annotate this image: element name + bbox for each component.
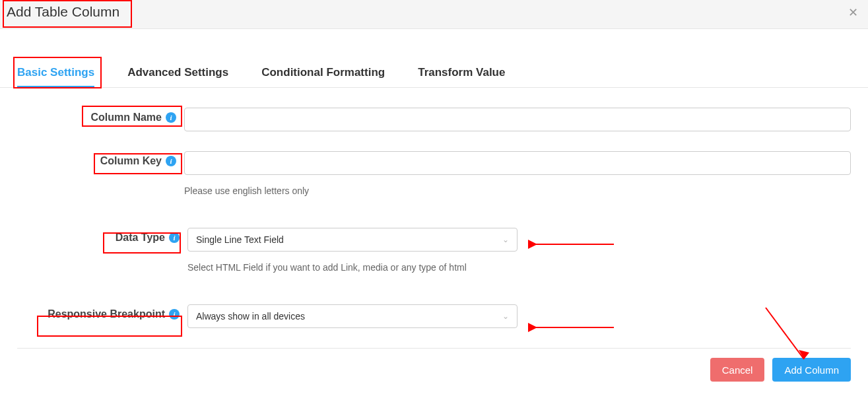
tab-transform-value[interactable]: Transform Value [418, 58, 505, 87]
info-icon[interactable]: i [166, 112, 176, 123]
column-key-helper: Please use english letters only [184, 186, 851, 196]
modal-title: Add Table Column [7, 4, 119, 20]
label-column-key: Column Key i [17, 151, 184, 167]
column-key-label-text: Column Key [100, 155, 162, 167]
label-responsive-breakpoint: Responsive Breakpoint i [17, 304, 187, 320]
row-column-key: Column Key i Please use english letters … [0, 151, 868, 196]
data-type-helper: Select HTML Field if you want to add Lin… [187, 262, 851, 273]
breakpoint-label-text: Responsive Breakpoint [48, 308, 165, 320]
data-type-label-text: Data Type [116, 232, 165, 244]
data-type-select[interactable]: Single Line Text Field ⌄ [187, 228, 517, 252]
column-key-input[interactable] [184, 151, 851, 175]
row-responsive-breakpoint: Responsive Breakpoint i Always show in a… [0, 304, 868, 328]
info-icon[interactable]: i [166, 156, 176, 166]
breakpoint-selected: Always show in all devices [196, 311, 305, 322]
tabs-bar: Basic Settings Advanced Settings Conditi… [0, 58, 868, 88]
chevron-down-icon: ⌄ [502, 235, 509, 244]
row-column-name: Column Name i [0, 108, 868, 131]
cancel-button[interactable]: Cancel [710, 358, 765, 382]
row-data-type: Data Type i Single Line Text Field ⌄ Sel… [0, 228, 868, 273]
tab-conditional-formatting[interactable]: Conditional Formatting [261, 58, 385, 87]
modal-header: Add Table Column ✕ [0, 0, 868, 29]
add-column-button[interactable]: Add Column [772, 358, 851, 382]
column-name-label-text: Column Name [90, 112, 162, 123]
label-column-name: Column Name i [17, 108, 184, 123]
label-data-type: Data Type i [17, 228, 187, 244]
tab-advanced-settings[interactable]: Advanced Settings [127, 58, 228, 87]
data-type-selected: Single Line Text Field [196, 234, 284, 245]
info-icon[interactable]: i [169, 309, 180, 320]
info-icon[interactable]: i [169, 232, 180, 243]
tab-basic-settings[interactable]: Basic Settings [17, 58, 94, 87]
close-icon[interactable]: ✕ [847, 7, 859, 18]
chevron-down-icon: ⌄ [502, 312, 509, 321]
modal-footer: Cancel Add Column [17, 348, 851, 382]
column-name-input[interactable] [184, 108, 851, 131]
breakpoint-select[interactable]: Always show in all devices ⌄ [187, 304, 517, 328]
